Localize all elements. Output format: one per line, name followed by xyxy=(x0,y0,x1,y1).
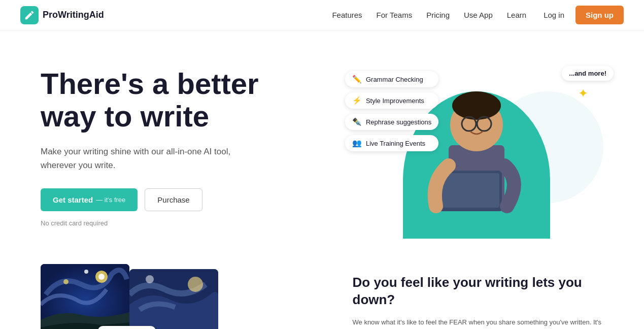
card-back xyxy=(41,264,129,329)
grammar-icon: ✏️ xyxy=(352,75,362,84)
nav-for-teams[interactable]: For Teams xyxy=(377,11,413,19)
bottom-section: My idea in my head Do you feel like your… xyxy=(0,254,644,329)
more-bubble: ...and more! xyxy=(562,66,614,81)
logo-icon xyxy=(20,6,39,24)
free-label: — it's free xyxy=(96,196,125,204)
nav-links: Features For Teams Pricing Use App Learn xyxy=(332,11,526,20)
hero-left: There's a better way to write Make your … xyxy=(41,68,350,227)
bottom-right: Do you feel like your writing lets you d… xyxy=(353,264,623,329)
svg-point-10 xyxy=(98,274,105,280)
svg-point-4 xyxy=(452,91,501,120)
card-front xyxy=(129,269,218,329)
svg-point-12 xyxy=(84,270,88,274)
svg-rect-2 xyxy=(438,173,499,208)
logo-text: ProWritingAid xyxy=(43,10,104,20)
style-icon: ⚡ xyxy=(352,96,362,105)
logo-link[interactable]: ProWritingAid xyxy=(20,6,104,24)
starry-svg xyxy=(41,264,129,329)
front-card-svg xyxy=(129,269,218,329)
speech-bubble: My idea in my head xyxy=(97,326,156,329)
hero-buttons: Get started — it's free Purchase xyxy=(41,188,350,211)
training-icon: 👥 xyxy=(352,139,362,148)
rephrase-icon: ✒️ xyxy=(352,117,362,126)
bottom-title: Do you feel like your writing lets you d… xyxy=(353,274,623,309)
sparkle-icon: ✦ xyxy=(578,86,588,101)
no-credit-text: No credit card required xyxy=(41,219,350,227)
hero-section: There's a better way to write Make your … xyxy=(0,30,644,254)
painting-cards: My idea in my head xyxy=(41,264,213,329)
person-svg xyxy=(421,64,532,237)
nav-use-app[interactable]: Use App xyxy=(464,11,493,19)
svg-point-14 xyxy=(188,277,203,292)
person-figure xyxy=(421,64,532,239)
nav-learn[interactable]: Learn xyxy=(507,11,526,19)
bottom-description: We know what it's like to feel the FEAR … xyxy=(353,317,623,329)
navbar: ProWritingAid Features For Teams Pricing… xyxy=(0,0,644,30)
svg-point-15 xyxy=(146,275,154,283)
hero-subtitle: Make your writing shine with our all-in-… xyxy=(41,145,264,172)
nav-features[interactable]: Features xyxy=(332,11,362,19)
signup-button[interactable]: Sign up xyxy=(575,6,624,24)
painting-area: My idea in my head xyxy=(41,264,322,329)
nav-pricing[interactable]: Pricing xyxy=(426,11,450,19)
get-started-button[interactable]: Get started — it's free xyxy=(41,188,138,211)
svg-point-11 xyxy=(63,279,69,284)
hero-illustration: ✏️ Grammar Checking ⚡ Style Improvements… xyxy=(350,56,603,239)
hero-title: There's a better way to write xyxy=(41,68,350,133)
logo-svg xyxy=(24,10,35,21)
login-button[interactable]: Log in xyxy=(536,7,571,23)
purchase-button[interactable]: Purchase xyxy=(145,188,202,211)
starry-bg xyxy=(41,264,129,329)
